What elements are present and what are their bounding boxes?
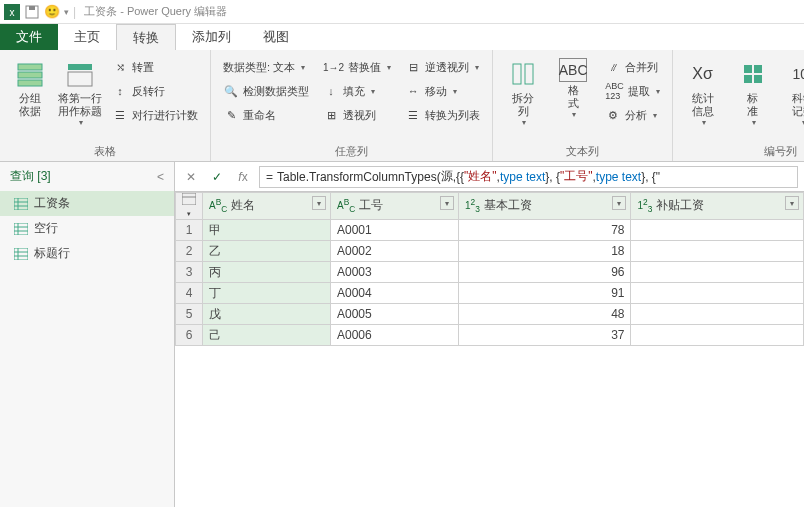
table-row[interactable]: 5戊A000548 [176, 304, 804, 325]
query-item[interactable]: 标题行 [0, 241, 174, 266]
tab-view[interactable]: 视图 [247, 24, 305, 50]
table-row[interactable]: 2乙A000218 [176, 241, 804, 262]
filter-icon[interactable]: ▾ [612, 196, 626, 210]
datatype-icon[interactable]: ABC [209, 197, 227, 214]
tab-file[interactable]: 文件 [0, 24, 58, 50]
collapse-pane-icon[interactable]: < [157, 170, 164, 184]
tab-transform[interactable]: 转换 [116, 24, 176, 50]
window-title: 工资条 - Power Query 编辑器 [84, 4, 227, 19]
cell[interactable]: A0001 [331, 220, 459, 241]
cell[interactable]: 96 [459, 262, 631, 283]
merge-button[interactable]: ⫽合并列 [601, 56, 664, 78]
tolist-button[interactable]: ☰转换为列表 [401, 104, 484, 126]
column-name: 补贴工资 [656, 197, 704, 214]
filter-icon[interactable]: ▾ [785, 196, 799, 210]
replace-button[interactable]: 1→2替换值▾ [319, 56, 395, 78]
column-header[interactable]: 123基本工资▾ [459, 193, 631, 220]
svg-rect-3 [29, 6, 35, 10]
cell[interactable]: 91 [459, 283, 631, 304]
cancel-icon[interactable]: ✕ [181, 167, 201, 187]
row-number[interactable]: 6 [176, 325, 203, 346]
cell[interactable]: 丁 [203, 283, 331, 304]
filter-icon[interactable]: ▾ [440, 196, 454, 210]
commit-icon[interactable]: ✓ [207, 167, 227, 187]
pivot-button[interactable]: ⊞透视列 [319, 104, 395, 126]
detecttype-button[interactable]: 🔍检测数据类型 [219, 80, 313, 102]
group-label-textcol: 文本列 [501, 142, 664, 159]
cell[interactable]: A0003 [331, 262, 459, 283]
split-button[interactable]: 拆分 列▾ [501, 54, 545, 142]
table-row[interactable]: 1甲A000178 [176, 220, 804, 241]
column-header[interactable]: ABC工号▾ [331, 193, 459, 220]
table-row[interactable]: 6己A000637 [176, 325, 804, 346]
formula-input[interactable]: = Table.TransformColumnTypes(源,{{"姓名", t… [259, 166, 798, 188]
cell[interactable]: A0002 [331, 241, 459, 262]
row-number[interactable]: 5 [176, 304, 203, 325]
cell[interactable] [631, 325, 804, 346]
column-name: 基本工资 [484, 197, 532, 214]
groupby-button[interactable]: 分组 依据 [8, 54, 52, 142]
ribbon: 分组 依据 将第一行 用作标题▾ ⤭转置 ↕反转行 ☰对行进行计数 表格 数据类… [0, 50, 804, 162]
transpose-button[interactable]: ⤭转置 [108, 56, 202, 78]
smiley-icon[interactable]: 🙂 [44, 4, 60, 19]
format-button[interactable]: ABC 格 式▾ [551, 54, 595, 142]
table-icon [14, 198, 28, 210]
qat-dropdown-icon[interactable]: ▾ [64, 7, 69, 17]
table-row[interactable]: 3丙A000396 [176, 262, 804, 283]
column-header[interactable]: ABC姓名▾ [203, 193, 331, 220]
cell[interactable]: 48 [459, 304, 631, 325]
datatype-icon[interactable]: ABC [337, 197, 355, 214]
extract-button[interactable]: ABC123提取▾ [601, 80, 664, 102]
datatype-icon[interactable]: 123 [637, 197, 652, 214]
save-icon[interactable] [24, 4, 40, 20]
row-number[interactable]: 2 [176, 241, 203, 262]
row-number[interactable]: 1 [176, 220, 203, 241]
cell[interactable] [631, 220, 804, 241]
cell[interactable] [631, 283, 804, 304]
tab-addcolumn[interactable]: 添加列 [176, 24, 247, 50]
table-row[interactable]: 4丁A000491 [176, 283, 804, 304]
query-label: 标题行 [34, 245, 70, 262]
countrows-button[interactable]: ☰对行进行计数 [108, 104, 202, 126]
query-item[interactable]: 工资条 [0, 191, 174, 216]
fx-icon[interactable]: fx [233, 167, 253, 187]
rename-button[interactable]: ✎重命名 [219, 104, 313, 126]
select-all-corner[interactable]: ▾ [176, 193, 203, 220]
cell[interactable]: 18 [459, 241, 631, 262]
fill-button[interactable]: ↓填充▾ [319, 80, 395, 102]
reverserows-button[interactable]: ↕反转行 [108, 80, 202, 102]
data-grid[interactable]: ▾ABC姓名▾ABC工号▾123基本工资▾123补贴工资▾ 1甲A0001782… [175, 192, 804, 507]
cell[interactable]: A0006 [331, 325, 459, 346]
cell[interactable]: 乙 [203, 241, 331, 262]
table-icon [14, 223, 28, 235]
cell[interactable]: 丙 [203, 262, 331, 283]
svg-rect-9 [513, 64, 521, 84]
row-number[interactable]: 4 [176, 283, 203, 304]
ribbon-group-table: 分组 依据 将第一行 用作标题▾ ⤭转置 ↕反转行 ☰对行进行计数 表格 [0, 50, 211, 161]
useheaders-button[interactable]: 将第一行 用作标题▾ [58, 54, 102, 142]
unpivot-button[interactable]: ⊟逆透视列▾ [401, 56, 484, 78]
query-item[interactable]: 空行 [0, 216, 174, 241]
stats-button[interactable]: Χσ统计 信息▾ [681, 54, 725, 142]
column-header[interactable]: 123补贴工资▾ [631, 193, 804, 220]
svg-rect-7 [68, 64, 92, 70]
cell[interactable]: 甲 [203, 220, 331, 241]
cell[interactable]: 己 [203, 325, 331, 346]
tab-home[interactable]: 主页 [58, 24, 116, 50]
datatype-icon[interactable]: 123 [465, 197, 480, 214]
cell[interactable]: 78 [459, 220, 631, 241]
cell[interactable] [631, 241, 804, 262]
cell[interactable] [631, 262, 804, 283]
cell[interactable]: A0005 [331, 304, 459, 325]
cell[interactable] [631, 304, 804, 325]
move-button[interactable]: ↔移动▾ [401, 80, 484, 102]
cell[interactable]: A0004 [331, 283, 459, 304]
datatype-button[interactable]: 数据类型: 文本▾ [219, 56, 313, 78]
cell[interactable]: 戊 [203, 304, 331, 325]
parse-button[interactable]: ⚙分析▾ [601, 104, 664, 126]
filter-icon[interactable]: ▾ [312, 196, 326, 210]
standard-button[interactable]: 标 准▾ [731, 54, 775, 142]
row-number[interactable]: 3 [176, 262, 203, 283]
cell[interactable]: 37 [459, 325, 631, 346]
scientific-button[interactable]: 10²科学 记数▾ [781, 54, 804, 142]
